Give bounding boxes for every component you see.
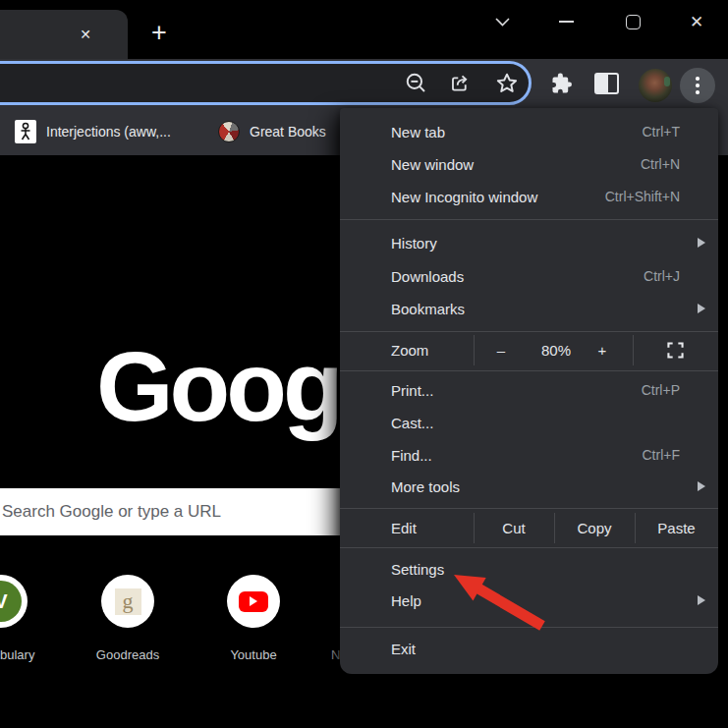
fullscreen-icon — [667, 342, 684, 359]
submenu-arrow-icon — [698, 481, 705, 491]
shortcut-tile-youtube[interactable] — [227, 575, 280, 628]
maximize-icon — [626, 15, 641, 29]
bookmark-star-icon[interactable] — [495, 72, 519, 99]
menu-shortcut: Ctrl+N — [641, 156, 680, 172]
vocabulary-icon: V — [0, 581, 22, 622]
window-chevron-down-icon[interactable] — [487, 8, 517, 35]
menu-item-label: More tools — [391, 478, 460, 495]
menu-item-cast[interactable]: Cast... — [340, 407, 718, 439]
submenu-arrow-icon — [698, 238, 705, 248]
side-panel-icon[interactable] — [594, 73, 619, 94]
menu-shortcut: Ctrl+Shift+N — [605, 189, 680, 204]
menu-item-more-tools[interactable]: More tools — [340, 471, 718, 503]
menu-edit-row: Edit Cut Copy Paste — [340, 510, 718, 546]
extensions-puzzle-icon[interactable] — [548, 71, 574, 96]
menu-item-bookmarks[interactable]: Bookmarks — [340, 293, 718, 325]
shortcut-label: bulary — [0, 647, 34, 662]
window-close-button[interactable]: ✕ — [682, 8, 711, 35]
menu-item-find[interactable]: Find... Ctrl+F — [340, 439, 718, 472]
paste-button[interactable]: Paste — [635, 510, 718, 546]
menu-item-label: Exit — [391, 641, 416, 657]
menu-separator — [474, 335, 475, 365]
bookmark-great-books[interactable]: Great Books — [218, 108, 326, 155]
stick-figure-favicon — [15, 120, 36, 143]
toolbar — [0, 59, 728, 108]
submenu-arrow-icon — [698, 304, 705, 313]
browser-tab[interactable]: ✕ — [0, 10, 128, 59]
dot-icon — [696, 77, 700, 81]
dot-icon — [696, 90, 700, 94]
great-books-favicon — [218, 121, 240, 142]
bookmark-interjections[interactable]: Interjections (aww,... — [15, 108, 171, 155]
shortcut-label: Goodreads — [96, 647, 159, 662]
menu-item-label: Print... — [391, 382, 433, 399]
shortcut-tile-vocabulary[interactable]: V — [0, 575, 28, 628]
submenu-arrow-icon — [698, 595, 705, 605]
menu-item-label: Cast... — [391, 415, 433, 431]
dot-icon — [696, 84, 700, 87]
menu-item-downloads[interactable]: Downloads Ctrl+J — [340, 260, 718, 293]
copy-button[interactable]: Copy — [554, 510, 635, 546]
menu-item-label: Find... — [391, 447, 432, 464]
menu-shortcut: Ctrl+T — [643, 124, 681, 140]
menu-divider — [340, 508, 718, 509]
menu-item-label: History — [391, 235, 437, 252]
menu-shortcut: Ctrl+F — [643, 447, 681, 463]
menu-item-label: Downloads — [391, 268, 464, 285]
menu-item-label: Bookmarks — [391, 301, 465, 317]
share-icon[interactable] — [448, 72, 472, 98]
zoom-decrease-button[interactable]: – — [485, 332, 517, 368]
search-placeholder: Search Google or type a URL — [2, 502, 221, 522]
menu-divider — [340, 547, 718, 548]
new-tab-button[interactable]: + — [145, 20, 173, 47]
zoom-out-icon[interactable] — [405, 72, 427, 98]
youtube-icon — [239, 591, 268, 612]
browser-app-menu: New tab Ctrl+T New window Ctrl+N New Inc… — [340, 108, 718, 674]
zoom-value: 80% — [527, 332, 586, 368]
zoom-increase-button[interactable]: + — [588, 332, 617, 368]
menu-item-help[interactable]: Help — [340, 585, 718, 617]
shortcut-tile-goodreads[interactable]: g — [101, 575, 154, 628]
profile-avatar[interactable] — [639, 69, 672, 102]
edit-label: Edit — [340, 510, 474, 546]
minimize-icon — [559, 21, 574, 23]
menu-divider — [340, 370, 718, 371]
menu-separator — [633, 335, 634, 365]
menu-item-label: New tab — [391, 124, 445, 140]
menu-item-print[interactable]: Print... Ctrl+P — [340, 374, 718, 407]
bookmark-label: Great Books — [250, 124, 326, 140]
shortcut-label: Youtube — [230, 647, 276, 662]
fullscreen-button[interactable] — [664, 332, 686, 368]
menu-item-label: New Incognito window — [391, 189, 537, 205]
menu-item-settings[interactable]: Settings — [340, 553, 718, 586]
menu-zoom-row: Zoom – 80% + — [340, 332, 718, 368]
menu-item-history[interactable]: History — [340, 227, 718, 259]
bookmark-label: Interjections (aww,... — [46, 124, 171, 140]
menu-item-label: New window — [391, 156, 474, 173]
menu-item-exit[interactable]: Exit — [340, 633, 718, 665]
browser-window: ✕ + ✕ — [0, 0, 728, 728]
menu-item-new-tab[interactable]: New tab Ctrl+T — [340, 116, 718, 148]
menu-dots-button[interactable] — [680, 68, 715, 103]
menu-shortcut: Ctrl+J — [644, 268, 680, 284]
window-minimize-button[interactable] — [551, 8, 581, 35]
menu-item-label: Settings — [391, 561, 444, 578]
menu-divider — [340, 219, 718, 220]
menu-item-label: Help — [391, 592, 421, 609]
window-maximize-button[interactable] — [618, 8, 647, 35]
menu-item-new-incognito-window[interactable]: New Incognito window Ctrl+Shift+N — [340, 181, 718, 213]
goodreads-icon: g — [115, 588, 141, 615]
menu-divider — [340, 627, 718, 628]
cut-button[interactable]: Cut — [474, 510, 554, 546]
zoom-label: Zoom — [340, 332, 474, 368]
shortcut-label: N — [331, 647, 340, 662]
tab-close-icon[interactable]: ✕ — [75, 24, 96, 45]
menu-item-new-window[interactable]: New window Ctrl+N — [340, 148, 718, 181]
menu-shortcut: Ctrl+P — [642, 382, 680, 398]
